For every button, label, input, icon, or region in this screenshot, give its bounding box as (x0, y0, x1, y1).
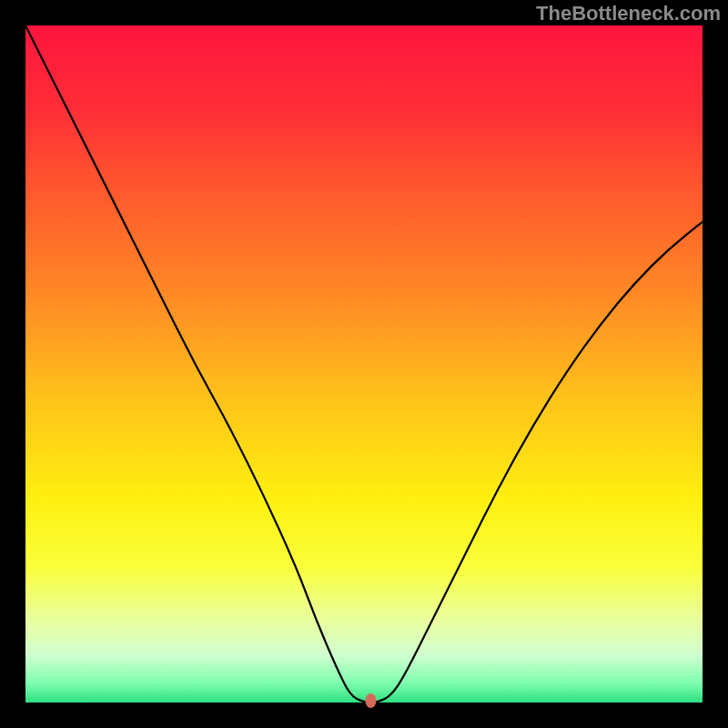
plot-area (25, 25, 703, 703)
chart-container: TheBottleneck.com (0, 0, 728, 728)
watermark-text: TheBottleneck.com (536, 2, 721, 25)
optimal-point-marker (365, 693, 376, 708)
bottleneck-chart (0, 0, 728, 728)
